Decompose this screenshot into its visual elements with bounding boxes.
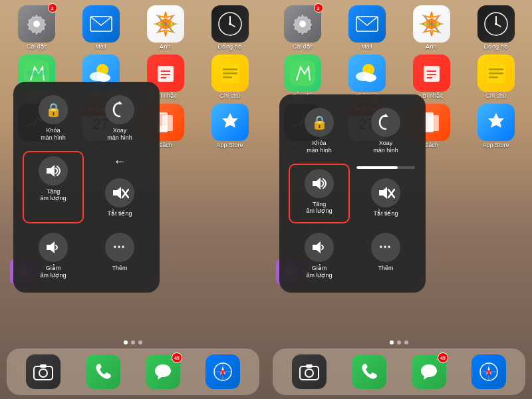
r-menu-item-more[interactable]: ••• Thêm [355,229,416,283]
r-menu-item-volume-up[interactable]: Tăngâm lượng [289,164,350,224]
svg-point-38 [39,369,47,377]
r-reminders-icon [413,55,450,92]
r-rotate-icon [371,108,400,137]
app-item-mail[interactable]: Mail [70,5,132,51]
svg-rect-23 [223,76,232,78]
svg-point-11 [229,23,231,25]
app-label-settings: Cài đặt [27,44,47,51]
r-app-reminders[interactable]: Lời nhắc [400,55,462,100]
svg-rect-67 [489,72,503,74]
app-item-settings[interactable]: 2 Cài đặt [5,5,67,51]
svg-rect-83 [306,364,313,368]
app-label-books: Sách [158,142,172,149]
menu-item-more[interactable]: ••• Thêm [89,229,150,283]
r-dock-safari[interactable] [471,354,506,389]
r-app-photos[interactable]: Ảnh [400,5,462,51]
r-dot-1 [390,340,394,344]
r-dot-2 [397,340,401,344]
r-dock-messages[interactable]: 45 [412,354,446,389]
dot-2 [131,340,135,344]
r-menu-item-rotate[interactable]: Xoaymàn hình [355,104,416,158]
svg-marker-77 [379,187,387,199]
r-menu-item-lock[interactable]: 🔒 Khóamàn hình [289,104,350,158]
r-badge-settings: 2 [314,3,323,13]
svg-point-60 [363,74,376,82]
volume-down-label: Giảmâm lượng [40,265,66,279]
svg-point-56 [495,23,497,25]
rotate-icon [105,95,134,124]
r-mute-label: Tắt tiếng [373,210,398,217]
r-menu-item-volume-down[interactable]: Giảmâm lượng [289,229,350,283]
r-dock-camera[interactable] [292,354,327,389]
mute-icon [105,178,134,207]
app-item-clock[interactable]: Đồng hồ [199,5,261,51]
r-app-mail[interactable]: Mail [336,5,398,51]
badge-messages: 45 [172,352,182,363]
r-volume-up-icon [305,169,334,198]
svg-point-15 [97,74,110,82]
r-app-settings[interactable]: 2 Cài đặt [271,5,333,51]
svg-marker-33 [113,187,121,199]
r-menu-item-mute[interactable]: Tắt tiếng [356,174,415,221]
phone-panel-left: 2 Cài đặt Mail [0,0,266,399]
app-item-photos[interactable]: Ảnh [134,5,196,51]
svg-rect-22 [223,72,237,74]
menu-item-lock[interactable]: 🔒 Khóamàn hình [23,91,84,146]
lock-icon: 🔒 [39,95,68,124]
app-label-notes: Ghi chú [219,93,240,100]
notes-icon [211,55,249,92]
dot-1 [124,340,128,344]
photos-icon [147,5,184,43]
app-item-notes[interactable]: Ghi chú [199,55,261,100]
dock-phone[interactable] [86,354,120,389]
dock-camera[interactable] [26,354,61,389]
r-volume-up-label: Tăngâm lượng [306,201,332,215]
r-appstore-icon [477,104,515,141]
r-badge-messages: 45 [438,352,448,363]
r-app-appstore[interactable]: App Store [465,104,527,149]
assist-menu-right: 🔒 Khóamàn hình Xoaymàn hình Tăngâm l [279,94,426,293]
r-app-notes[interactable]: Ghi chú [465,55,527,100]
volume-bar [356,166,415,169]
dock-messages[interactable]: 45 [146,354,180,389]
svg-rect-57 [290,61,315,86]
menu-item-volume-up[interactable]: Tăngâm lượng [23,151,84,224]
svg-rect-66 [489,68,503,70]
svg-marker-32 [47,165,55,177]
svg-rect-68 [489,76,498,78]
dock-left: 45 [7,348,259,395]
menu-item-rotate[interactable]: Xoaymàn hình [89,91,150,146]
svg-rect-21 [223,68,237,70]
app-item-appstore[interactable]: App Store [199,104,261,149]
app-label-photos: Ảnh [160,44,170,51]
r-dock-phone[interactable] [352,354,386,389]
r-app-maps[interactable]: Bản đồ [271,55,333,100]
r-app-clock[interactable]: Đồng hồ [465,5,527,51]
phone-panel-right: 2 Cài đặt Mail [266,0,532,399]
svg-rect-39 [40,364,47,368]
volume-up-label: Tăngâm lượng [40,188,66,203]
r-weather-icon [348,55,386,92]
svg-marker-76 [313,178,321,190]
more-label: Thêm [112,265,127,272]
lock-label: Khóamàn hình [41,127,66,142]
menu-item-mute[interactable]: Tắt tiếng [101,174,138,221]
menu-item-volume-down[interactable]: Giảmâm lượng [23,229,84,283]
r-volume-down-label: Giảmâm lượng [306,265,332,279]
r-clock-icon [477,5,515,43]
appstore-icon [211,104,249,141]
volume-bar-fill [356,166,398,169]
r-app-weather[interactable]: Thời tiết [336,55,398,100]
volume-up-icon [39,156,68,186]
app-label-clock: Đồng hồ [217,44,241,51]
r-notes-icon [477,55,515,92]
dock-safari[interactable] [205,354,240,389]
r-mute-icon [371,178,400,207]
arrow-left-icon: ← [113,154,126,169]
svg-marker-36 [47,241,55,253]
r-mail-icon [348,5,386,43]
svg-marker-80 [313,241,321,253]
assist-menu-left: 🔒 Khóamàn hình Xoaymàn hình Tăngâm l [13,82,160,293]
clock-icon [211,5,249,43]
r-settings-icon: 2 [284,5,321,43]
